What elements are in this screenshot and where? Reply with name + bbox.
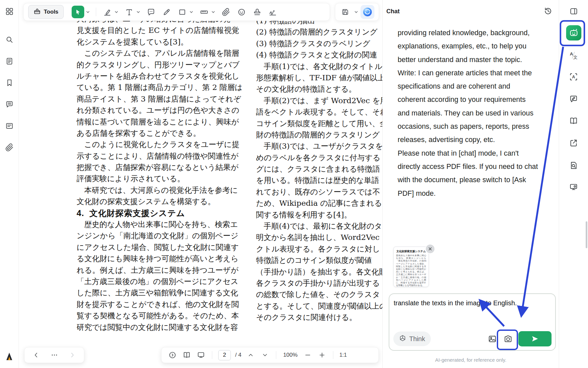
highlight-tool-button[interactable] [101,6,113,18]
text-tool-button[interactable] [123,6,135,18]
sticker-tool-button[interactable] [236,6,247,18]
text-line: 化システムを提案している[3]。 [77,36,247,47]
text-line: ルチャートを組み合わせてクラスタを視覚化し [77,70,247,82]
actual-size-button[interactable]: 1:1 [339,352,347,358]
toolbar-divider [96,8,96,16]
text-line: explanations, examples, etc., to help yo… [398,39,556,53]
previous-page-button[interactable] [246,350,256,360]
attach-tool-button[interactable] [220,6,231,18]
chat-message: providing related knowledge, background,… [398,26,556,200]
text-line: and materials. They can be used in vario… [398,107,556,120]
toolbar-divider [333,351,333,359]
document-left-column: 大河原らは、ユーザの嗜好に合った店舗の発見支援を目的とした EC サイトの店舗情… [77,13,247,333]
measure-tool-button[interactable] [198,6,210,18]
send-button[interactable] [518,331,552,346]
text-line: 歴史的な人物や出来事に関心を持ち、検索エ [77,219,247,230]
text-line: directly access PDF files. If you need t… [398,160,556,173]
close-icon [428,247,432,251]
continuous-scroll-icon[interactable] [167,350,177,360]
annotations-icon[interactable] [4,99,15,110]
ai-logo-icon [362,7,372,17]
slideshow-icon[interactable] [196,350,206,360]
toolbar-divider [276,351,276,359]
reading-view-icon[interactable] [182,350,192,360]
bookmark-icon[interactable] [4,77,15,88]
document-page: 大河原らは、ユーザの嗜好に合った店舗の発見支援を目的とした EC サイトの店舗情… [19,0,382,368]
apps-grid-icon[interactable] [4,6,15,17]
text-line: 情報に基づいて階層を辿ることにより、興味が [77,116,247,127]
attachments-icon[interactable] [4,142,15,153]
page-thumbnails-icon[interactable] [4,55,15,67]
think-label: Think [409,335,425,343]
text-line: このように視覚化したクラスタをユーザに提 [77,139,247,150]
chevron-down-icon[interactable] [85,11,91,13]
attachment-thumbnail[interactable]: 文化財探索支援システム 歴史的な人物や出来事に関心を持ち、検索エンジンから「南北… [393,247,429,287]
next-page-button[interactable] [260,350,270,360]
text-line: Please note that in [chat] mode, I can't [398,147,556,160]
remove-attachment-button[interactable] [426,245,434,253]
translate-icon[interactable]: A文 [568,49,580,61]
select-tool-button[interactable] [72,6,84,18]
svg-text:A: A [570,51,573,56]
search-document-icon[interactable] [568,159,580,171]
zoom-out-button[interactable] [303,350,313,360]
updf-logo[interactable] [4,351,15,362]
add-image-icon[interactable] [487,333,498,344]
search-icon[interactable] [4,34,15,45]
export-icon[interactable] [568,137,580,149]
presentation-icon[interactable] [568,181,580,193]
page-layout-icon[interactable] [568,115,580,127]
chevron-down-icon[interactable] [114,11,119,13]
chevron-down-icon[interactable] [136,11,141,13]
screenshot-camera-icon[interactable] [502,333,514,344]
chevron-down-icon[interactable] [354,11,359,13]
back-button[interactable] [31,350,41,360]
text-line: 本研究では、大河原らの視覚化手法を参考に [77,184,247,196]
text-recognition-icon[interactable]: A [568,71,580,83]
text-line: ある店舗を探索することができる。 [77,127,247,139]
tools-label: Tools [44,9,58,15]
text-line: 「土方歳三最後の地」の個別ページにアクセス [77,276,247,287]
attachment-title: 文化財探索支援システム [396,250,426,253]
left-column-text-top: 大河原らは、ユーザの嗜好に合った店舗の発見支援を目的とした EC サイトの店舗情… [77,13,247,207]
compose-icon[interactable] [568,93,580,105]
text-line: releases, advertising copy, etc. [398,133,556,146]
scrollbar[interactable] [586,221,587,248]
text-line: 把握でき、店舗探索が容易になるという結果が [77,162,247,173]
reader-mode-icon[interactable] [4,120,15,131]
text-line: した際に、土方歳三や箱館戦争に関連する文化 [77,287,247,298]
left-sidebar [0,0,19,368]
open-panel-icon[interactable] [568,5,580,17]
pen-tool-button[interactable] [161,6,172,18]
text-line: 商品テイスト、第 3 階層は店舗によってそれぞ [77,93,247,105]
history-icon[interactable] [544,7,553,17]
tools-button[interactable]: Tools [28,5,64,19]
forward-button[interactable] [67,350,77,360]
page-number-input[interactable]: 2 [218,350,231,360]
more-options-button[interactable] [49,350,59,360]
zoom-level-label: 100% [283,352,297,358]
comment-tool-button[interactable] [145,6,157,18]
page-nav-toolbar [24,347,84,363]
text-line: 文化財の探索支援システムを構築する。 [77,196,247,207]
text-line: れ分類されている。ユーザは円の色や大きさの [77,105,247,116]
chat-input-text[interactable]: translate the texts in the image to Engl… [394,299,517,307]
think-button[interactable]: Think [393,331,431,346]
ai-assistant-icon[interactable] [566,25,581,40]
signature-tool-button[interactable] [267,6,278,18]
ai-assistant-button[interactable] [360,5,374,19]
stamp-tool-button[interactable] [251,6,263,18]
right-sidebar: A文 A [559,0,588,368]
toolbar-divider [212,351,212,359]
save-button[interactable] [340,6,351,18]
zoom-in-button[interactable] [317,350,327,360]
chevron-down-icon[interactable] [211,11,216,13]
chat-title: Chat [386,8,400,15]
chevron-down-icon[interactable] [189,11,194,13]
text-line: occasions, such as papers, reports, pres… [398,120,556,133]
cursor-icon [75,9,81,15]
shape-tool-button[interactable] [176,6,188,18]
text-line: る文化財にも興味を持つ可能性が高いと考えら [77,253,247,264]
chat-input-box[interactable]: translate the texts in the image to Engl… [389,293,556,351]
text-line: Write: I can generate articles that meet… [398,66,556,80]
